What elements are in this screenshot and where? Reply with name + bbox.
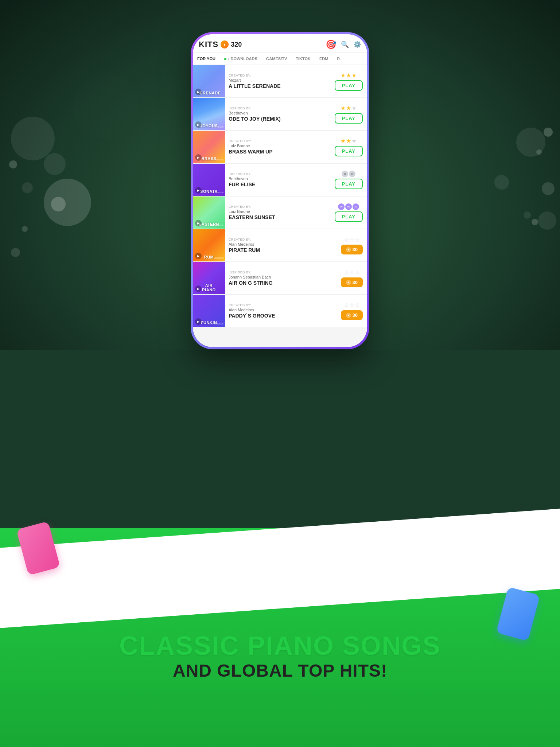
title-eastern: EASTERN SUNSET [229,214,329,220]
tab-tiktok[interactable]: TIKTOK [291,53,315,65]
song-item-joyous[interactable]: JOYOUS ▶ Beethoven Inspired by: Beethove… [193,98,367,130]
star-1: ☆ [344,302,349,309]
composer-rum: Alan Medeiros [229,242,335,246]
settings-icon[interactable]: ⚙️ [353,40,361,48]
stars-brass: ★ ★ ★ [341,137,357,144]
phone-screen-container: KITS ● 320 🎯 🔍 ⚙️ FOR YOU [193,34,367,347]
title-rum: PIRATE RUM [229,247,335,253]
composer-funkin: Alan Medeiros [229,308,335,312]
tab-downloads[interactable]: ↓ DOWNLOADS [220,53,262,65]
star-3: ☆ [355,269,360,276]
tab-more[interactable]: P... [332,53,347,65]
play-btn-brass[interactable]: PLAY [335,146,363,156]
app-name: KITS [199,40,218,49]
song-info-funkin: Created by: Alan Medeiros PADDY`S GROOVE [225,300,339,322]
star-3: ★ [351,72,357,79]
thumb-play-icon-funkin: ▶ [195,318,202,325]
song-thumb-airpiano: AIR PIANO ▶ [193,262,225,294]
phone-container: KITS ● 320 🎯 🔍 ⚙️ FOR YOU [191,32,369,349]
tab-edm[interactable]: EDM [315,53,332,65]
deco-circle-1 [11,117,55,160]
thumb-play-icon-airpiano: ▶ [195,285,202,292]
composer-sonata: Beethoven [229,176,329,181]
song-item-eastern[interactable]: EASTERN ▶ LUIZ BARONE Created by: Luiz B… [193,197,367,229]
title-serenade: A LITTLE SERENADE [229,83,329,89]
header-actions: 🎯 🔍 ⚙️ [326,39,361,50]
action-funkin: ☆ ☆ ☆ ● 30 [339,302,367,320]
star-2: ★ [346,137,351,144]
play-btn-eastern[interactable]: PLAY [335,211,363,222]
coins-btn-funkin[interactable]: ● 30 [341,310,363,320]
thumb-creator-funkin: ALAN MEDEIROS [209,323,223,325]
stars-rum: ☆ ☆ ☆ [344,236,360,243]
inf-2: ∞ [349,171,355,177]
title-funkin: PADDY`S GROOVE [229,313,335,319]
deco-dot-l3 [22,226,28,232]
song-item-serenade[interactable]: SERENADE ▶ Created by: Mozart A LITTLE S… [193,65,367,97]
action-brass: ★ ★ ★ PLAY [332,137,367,156]
song-info-joyous: Inspired by: Beethoven ODE TO JOY (REMIX… [225,104,332,125]
coin-small-icon: ● [346,313,351,318]
coin-small-icon: ● [346,280,351,285]
deco-dot-r4 [532,219,538,225]
star-2: ★ [346,105,351,112]
thumb-creator-rum: ALAN MEDEIROS [209,257,223,259]
composer-brass: Luiz Barone [229,144,329,148]
star-2: ☆ [349,236,354,243]
coins-btn-rum[interactable]: ● 30 [341,245,363,254]
song-thumb-brass: BRASS ▶ LUIZ BARONE [193,131,225,163]
created-by-funkin: Created by: [229,303,335,307]
composer-eastern: Luiz Barone [229,209,329,214]
star-2: ☆ [349,269,354,276]
action-eastern: ∞ ∞ ∞ PLAY [332,203,367,222]
composer-joyous: Beethoven [229,111,329,115]
created-by-sonata: Inspired by: [229,172,329,176]
song-item-brass[interactable]: BRASS ▶ LUIZ BARONE Created by: Luiz Bar… [193,131,367,163]
song-info-serenade: Created by: Mozart A LITTLE SERENADE [225,71,332,92]
thumb-creator-brass: LUIZ BARONE [211,159,223,161]
created-by-joyous: Inspired by: [229,106,329,110]
star-1: ☆ [344,269,349,276]
composer-serenade: Mozart [229,78,329,82]
song-thumb-serenade: SERENADE ▶ [193,65,225,97]
header-emoji: 🎯 [326,39,337,50]
deco-dot-l4 [44,179,91,226]
created-by-airpiano: Inspired by: [229,271,335,274]
star-2: ★ [346,72,351,79]
tab-games[interactable]: GAMES/TV [262,53,291,65]
play-btn-sonata[interactable]: PLAY [335,179,363,189]
thumb-creator-joyous: Beethoven [212,126,223,128]
thumb-play-icon-sonata: ▶ [195,187,202,194]
deco-dot-l5 [11,248,20,257]
star-1: ★ [341,137,346,144]
song-item-funkin[interactable]: FUNKIN ▶ ALAN MEDEIROS Created by: Alan … [193,295,367,327]
play-btn-joyous[interactable]: PLAY [335,113,363,124]
action-airpiano: ☆ ☆ ☆ ● 30 [339,269,367,287]
title-brass: BRASS WARM UP [229,149,329,155]
thumb-creator-sonata: Beethoven [212,191,223,194]
deco-dot-r5 [538,211,556,230]
title-joyous: ODE TO JOY (REMIX) [229,116,329,122]
search-icon[interactable]: 🔍 [341,40,349,48]
star-2: ☆ [349,302,354,309]
inf-1: ∞ [342,171,348,177]
deco-dot-l1 [9,160,17,168]
song-item-rum[interactable]: RUM ▶ ALAN MEDEIROS Created by: Alan Med… [193,229,367,261]
stars-funkin: ☆ ☆ ☆ [344,302,360,309]
deco-dot-r2 [536,149,542,155]
star-1: ★ [341,72,346,79]
song-item-sonata[interactable]: SONATA ▶ Beethoven Inspired by: Beethove… [193,164,367,196]
play-btn-serenade[interactable]: PLAY [335,80,363,91]
downloads-dot [224,58,226,60]
created-by-brass: Created by: [229,139,329,143]
coins-btn-airpiano[interactable]: ● 30 [341,277,363,287]
action-joyous: ★ ★ ★ PLAY [332,105,367,124]
song-thumb-funkin: FUNKIN ▶ ALAN MEDEIROS [193,295,225,327]
thumb-creator-eastern: LUIZ BARONE [211,224,223,226]
tab-for-you[interactable]: FOR YOU [193,53,220,65]
star-3: ☆ [355,236,360,243]
song-info-sonata: Inspired by: Beethoven FUR ELISE [225,169,332,190]
phone-frame: KITS ● 320 🎯 🔍 ⚙️ FOR YOU [191,32,369,349]
song-item-airpiano[interactable]: AIR PIANO ▶ Inspired by: Johann Sebastia… [193,262,367,294]
thumb-play-icon-eastern: ▶ [195,220,202,226]
